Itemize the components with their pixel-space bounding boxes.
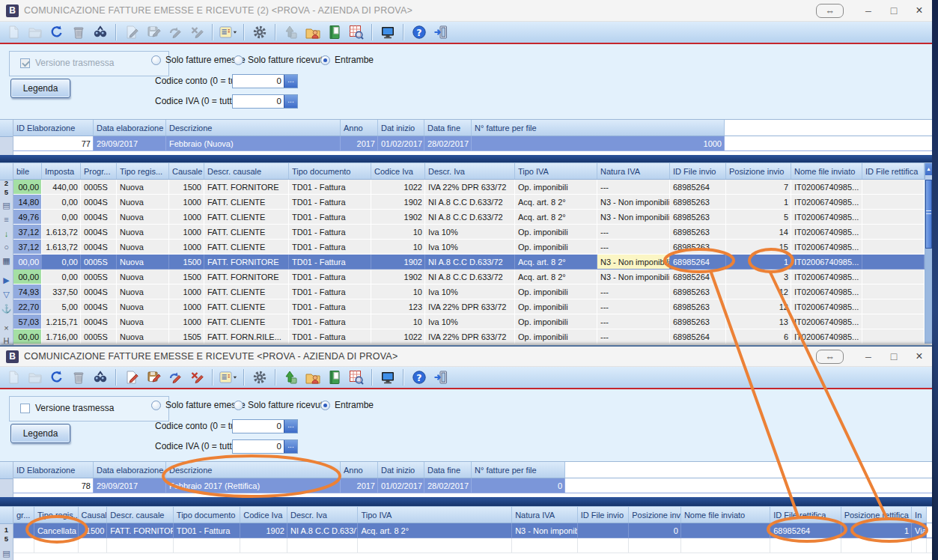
cell[interactable]: 0004S	[81, 195, 117, 210]
cell[interactable]: Febbraio 2017 (Rettifica)	[166, 478, 341, 493]
gear-icon[interactable]	[251, 23, 269, 41]
cell[interactable]: Acq. art. 8 2°	[515, 195, 597, 210]
cell[interactable]: 0,00	[42, 255, 81, 270]
cell[interactable]: TD01 - Fattura	[289, 210, 371, 225]
cell[interactable]: Op. imponibili	[515, 240, 597, 255]
find-icon[interactable]	[91, 23, 109, 41]
cell[interactable]: IVA 22% DPR 633/72	[425, 180, 515, 195]
cell[interactable]: 2017	[341, 478, 378, 493]
cell[interactable]: Nuova	[117, 299, 169, 314]
cell[interactable]: 1500	[169, 255, 204, 270]
cell[interactable]: IT02006740985...	[791, 255, 862, 270]
column-header[interactable]: Imposta	[42, 163, 81, 179]
cell[interactable]: 13	[726, 314, 791, 329]
cell[interactable]: 12	[726, 284, 791, 299]
column-header[interactable]: Tipo IVA	[515, 163, 597, 179]
cell[interactable]: 123	[371, 299, 425, 314]
codice-iva-field[interactable]: 0 ...	[232, 439, 298, 454]
cell[interactable]: 28/02/2017	[424, 478, 472, 493]
radio-solo-fatture-emesse[interactable]: Solo fatture emesse	[151, 55, 246, 65]
column-header[interactable]: Codice Iva	[240, 507, 287, 523]
cell[interactable]: TD01 - Fattura	[289, 195, 371, 210]
cell[interactable]: 1902	[371, 270, 425, 284]
cell[interactable]: 49,76	[13, 210, 42, 225]
cell[interactable]: Nuova	[117, 284, 169, 299]
table-row[interactable]: 7729/09/2017Febbraio (Nuova)201701/02/20…	[13, 136, 932, 151]
cell[interactable]: 1902	[240, 523, 287, 538]
table-row[interactable]: 14,800,000004SNuova1000FATT. CLIENTETD01…	[13, 195, 932, 210]
codice-iva-value[interactable]: 0	[233, 440, 284, 453]
cell[interactable]: 68985263	[670, 314, 726, 329]
column-header[interactable]: Tipo IVA	[358, 507, 512, 523]
cell[interactable]: IT02006740985...	[791, 270, 862, 284]
cell[interactable]: 68985263	[670, 284, 726, 299]
column-header[interactable]: Data elaborazione	[94, 120, 166, 136]
versione-trasmessa-checkbox[interactable]	[20, 58, 30, 68]
cell[interactable]	[862, 225, 925, 240]
cell[interactable]: TD01 - Fattura	[289, 299, 371, 314]
cell[interactable]: FATT. FORN.RILE...	[204, 329, 289, 344]
monitor-icon[interactable]	[379, 368, 397, 386]
cell[interactable]: 0	[472, 478, 565, 493]
legenda-button[interactable]: Legenda	[10, 424, 70, 443]
table-row[interactable]: 37,121.613,720004SNuova1000FATT. CLIENTE…	[13, 225, 932, 240]
table-row[interactable]: Cancellata1500FATT. FORNITORETD01 - Fatt…	[13, 523, 932, 538]
cell[interactable]	[13, 523, 34, 538]
cell[interactable]: FATT. CLIENTE	[204, 210, 289, 225]
cell[interactable]: N3 - Non imponibili	[597, 195, 670, 210]
cell[interactable]: 10	[371, 314, 425, 329]
cell[interactable]	[79, 538, 108, 553]
cell[interactable]: FATT. CLIENTE	[204, 284, 289, 299]
cell[interactable]: N3 - Non imponibili	[512, 523, 578, 538]
cell[interactable]: 0004S	[81, 240, 117, 255]
cell[interactable]	[240, 538, 287, 553]
radio-solo-fatture-emesse[interactable]: Solo fatture emesse	[151, 400, 246, 410]
cell[interactable]: TD01 - Fattura	[289, 225, 371, 240]
cell[interactable]: 68985263	[670, 299, 726, 314]
cell[interactable]: 1	[726, 255, 791, 270]
cell[interactable]: IT02006740985...	[791, 329, 862, 344]
cell[interactable]: FATT. CLIENTE	[204, 195, 289, 210]
table-row[interactable]: 00,00440,000005SNuova1500FATT. FORNITORE…	[13, 180, 932, 195]
cell[interactable]: 68985264	[770, 523, 841, 538]
cell[interactable]: Nuova	[117, 195, 169, 210]
cell[interactable]	[862, 314, 925, 329]
cell[interactable]: IT02006740985...	[791, 314, 862, 329]
titlebar[interactable]: B COMUNICAZIONE FATTURE EMESSE E RICEVUT…	[0, 0, 932, 22]
undo-edit-icon[interactable]	[166, 368, 184, 386]
column-header[interactable]: Posizione rettifica	[841, 507, 912, 523]
list-icon[interactable]: ≡	[1, 215, 12, 225]
versione-trasmessa-checkbox-row[interactable]: Versione trasmessa	[20, 403, 114, 413]
cell[interactable]: 1902	[371, 210, 425, 225]
cell[interactable]: TD01 - Fattura	[289, 180, 371, 195]
monitor-icon[interactable]	[379, 23, 397, 41]
cell[interactable]	[862, 255, 925, 270]
scrollbar-thumb[interactable]	[925, 180, 932, 249]
cell[interactable]: Iva 10%	[425, 240, 515, 255]
cell[interactable]: 1505	[169, 329, 204, 344]
cell[interactable]: 1500	[79, 523, 108, 538]
radio-solo-fatture-ricevute[interactable]: Solo fatture ricevute	[234, 55, 328, 65]
table-row[interactable]: 57,031.215,710004SNuova1000FATT. CLIENTE…	[13, 314, 932, 329]
cell[interactable]: FATT. FORNITORE	[204, 180, 289, 195]
cell[interactable]: 1.215,71	[42, 314, 81, 329]
column-header[interactable]: Anno	[341, 462, 378, 478]
contacts-folder-icon[interactable]	[304, 368, 322, 386]
copy-rows-icon[interactable]: ▤	[1, 201, 12, 210]
cell[interactable]	[578, 523, 630, 538]
cell[interactable]: ---	[597, 225, 670, 240]
cell[interactable]: FATT. FORNITORE	[107, 523, 173, 538]
codice-conto-value[interactable]: 0	[233, 420, 284, 433]
table-row[interactable]: 7829/09/2017Febbraio 2017 (Rettifica)201…	[13, 478, 932, 493]
cell[interactable]: 37,12	[13, 225, 42, 240]
cell[interactable]: 1000	[472, 136, 725, 151]
cell[interactable]: 29/09/2017	[94, 136, 166, 151]
cell[interactable]	[34, 538, 79, 553]
browse-button[interactable]: ...	[284, 95, 297, 108]
cell[interactable]: TD01 - Fattura	[174, 523, 240, 538]
cell[interactable]: IT02006740985...	[791, 180, 862, 195]
cell[interactable]: Op. imponibili	[515, 314, 597, 329]
column-header[interactable]: Data fine	[424, 462, 472, 478]
cell[interactable]: Nuova	[117, 180, 169, 195]
cell[interactable]: Nuova	[117, 255, 169, 270]
